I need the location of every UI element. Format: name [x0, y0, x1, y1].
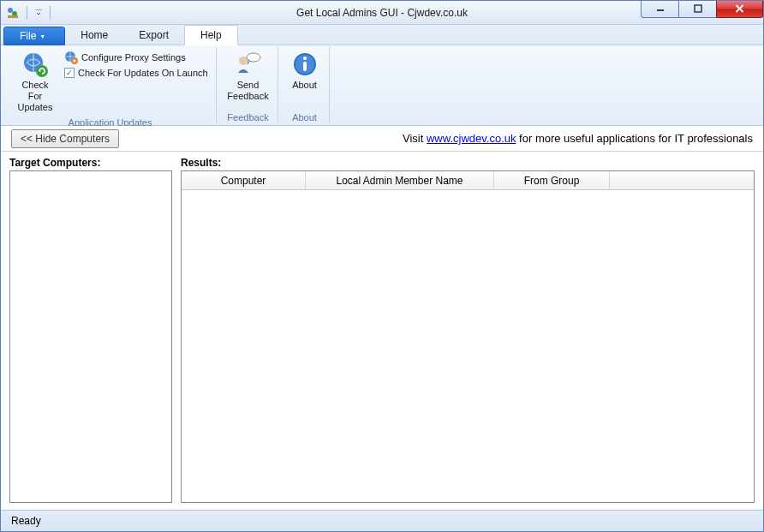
hide-computers-button[interactable]: << Hide Computers [11, 129, 119, 148]
results-panel: Results: Computer Local Admin Member Nam… [181, 155, 755, 503]
ribbon-group-label-about: About [280, 111, 329, 124]
ribbon-body: Check For Updates Configure Proxy Settin… [1, 45, 763, 126]
status-text: Ready [11, 515, 41, 527]
about-label: About [292, 80, 317, 91]
ribbon-group-about: About About [280, 47, 330, 124]
check-on-launch-label: Check For Updates On Launch [78, 68, 208, 78]
visit-suffix: for more useful applications for IT prof… [516, 132, 753, 145]
svg-point-14 [303, 57, 307, 60]
ribbon-group-updates: Check For Updates Configure Proxy Settin… [4, 47, 217, 124]
svg-point-9 [74, 60, 76, 63]
globe-gear-icon [64, 51, 78, 64]
tab-export[interactable]: Export [123, 26, 184, 45]
svg-rect-15 [303, 62, 307, 71]
check-for-updates-button[interactable]: Check For Updates [9, 49, 61, 115]
send-feedback-label: Send Feedback [227, 80, 268, 102]
results-grid-header: Computer Local Admin Member Name From Gr… [182, 171, 754, 190]
main-area: Target Computers: Results: Computer Loca… [1, 152, 763, 510]
qat-customize-dropdown[interactable] [34, 9, 43, 17]
configure-proxy-button[interactable]: Configure Proxy Settings [64, 51, 208, 64]
check-for-updates-label: Check For Updates [15, 80, 56, 113]
column-header-group[interactable]: From Group [494, 171, 610, 189]
file-menu-label: File [20, 30, 36, 42]
svg-rect-3 [657, 9, 664, 11]
svg-point-6 [36, 65, 48, 77]
globe-refresh-icon [21, 51, 49, 78]
visit-text: Visit www.cjwdev.co.uk for more useful a… [403, 132, 753, 145]
tab-help[interactable]: Help [184, 25, 238, 45]
checkbox-icon: ✓ [64, 68, 75, 78]
results-label: Results: [181, 155, 755, 170]
ribbon-group-label-feedback: Feedback [218, 111, 278, 124]
visit-link[interactable]: www.cjwdev.co.uk [427, 132, 516, 145]
tab-home[interactable]: Home [65, 26, 123, 45]
target-computers-panel: Target Computers: [9, 155, 172, 503]
qat-separator [27, 6, 27, 20]
ribbon-tabstrip: File ▼ Home Export Help [1, 25, 763, 45]
status-bar: Ready [1, 510, 763, 531]
qat-separator-2 [50, 6, 51, 20]
svg-point-0 [8, 8, 13, 13]
check-updates-on-launch-checkbox[interactable]: ✓ Check For Updates On Launch [64, 68, 208, 78]
tool-row: << Hide Computers Visit www.cjwdev.co.uk… [1, 126, 763, 152]
column-header-computer[interactable]: Computer [182, 171, 306, 189]
configure-proxy-label: Configure Proxy Settings [81, 52, 186, 63]
send-feedback-button[interactable]: Send Feedback [223, 49, 274, 104]
about-button[interactable]: About [285, 49, 324, 93]
person-speech-icon [235, 51, 262, 78]
column-header-spacer [610, 171, 754, 189]
title-bar: Get Local Admins GUI - Cjwdev.co.uk [1, 1, 763, 25]
svg-rect-2 [8, 15, 18, 18]
maximize-button[interactable] [678, 1, 717, 18]
column-header-member[interactable]: Local Admin Member Name [306, 171, 494, 189]
visit-prefix: Visit [403, 132, 427, 145]
results-grid[interactable]: Computer Local Admin Member Name From Gr… [181, 170, 755, 503]
chevron-down-icon: ▼ [39, 33, 45, 39]
svg-point-10 [239, 57, 248, 65]
target-computers-list[interactable] [9, 170, 172, 503]
minimize-button[interactable] [641, 1, 679, 18]
file-menu[interactable]: File ▼ [3, 27, 65, 45]
window-title: Get Local Admins GUI - Cjwdev.co.uk [296, 7, 468, 19]
app-icon [6, 6, 20, 20]
target-computers-label: Target Computers: [9, 155, 172, 170]
ribbon-group-feedback: Send Feedback Feedback [218, 47, 278, 124]
info-icon [291, 51, 319, 78]
svg-rect-4 [695, 5, 701, 12]
close-button[interactable] [716, 1, 763, 18]
